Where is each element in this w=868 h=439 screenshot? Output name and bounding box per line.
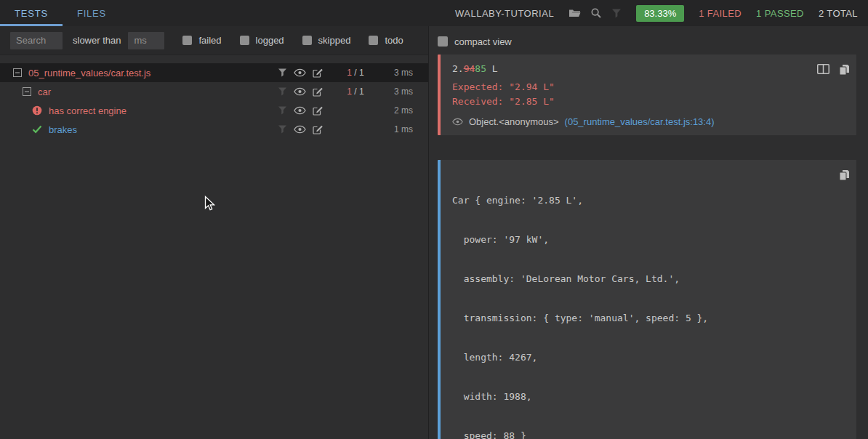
tree-row-test-failed[interactable]: has correct engine (0, 101, 428, 120)
filter-failed-checkbox[interactable]: failed (182, 35, 221, 46)
coverage-badge: 83.33% (636, 5, 684, 22)
funnel-icon[interactable] (278, 106, 287, 115)
top-bar: TESTS FILES WALLABY-TUTORIAL (0, 0, 868, 26)
tree-row-file[interactable]: 05_runtime_values/car.test.js (0, 63, 428, 82)
test-count: 1 / 1 (334, 68, 377, 78)
eye-icon[interactable] (294, 125, 306, 134)
slower-than-label: slower than (73, 35, 121, 46)
filter-todo-label: todo (385, 35, 403, 46)
filter-skipped-label: skipped (318, 35, 351, 46)
compact-view-toggle[interactable]: compact view (438, 36, 856, 47)
ms-input[interactable] (128, 32, 164, 49)
eye-icon[interactable] (294, 87, 306, 96)
passed-count: 1 PASSED (756, 8, 804, 19)
test-name: has correct engine (49, 105, 126, 116)
funnel-icon[interactable] (278, 87, 287, 96)
copy-icon[interactable] (839, 64, 850, 76)
expected-line: Expected: "2.94 L" (452, 80, 845, 94)
checkbox-icon[interactable] (369, 36, 378, 45)
split-columns-icon[interactable] (817, 64, 829, 76)
filter-logged-label: logged (256, 35, 284, 46)
filter-todo-checkbox[interactable]: todo (369, 35, 403, 46)
log-output: Car { engine: '2.85 L', power: '97 kW', … (452, 168, 845, 439)
failure-card: 2.9485 L Expected: "2.94 L" Received: "2… (438, 55, 856, 135)
topbar-status: WALLABY-TUTORIAL 83.33% 1 FAILE (455, 0, 868, 26)
test-time: 1 ms (377, 124, 413, 134)
edit-icon[interactable] (313, 68, 323, 78)
collapse-icon[interactable] (23, 87, 31, 96)
console-log-card: Car { engine: '2.85 L', power: '97 kW', … (438, 160, 856, 439)
collapse-icon[interactable] (13, 68, 22, 77)
funnel-icon[interactable] (278, 68, 287, 77)
compact-view-label: compact view (454, 36, 512, 47)
check-icon (32, 125, 42, 134)
stack-location-link[interactable]: (05_runtime_values/car.test.js:13:4) (565, 116, 715, 127)
eye-icon[interactable] (294, 68, 306, 77)
checkbox-icon[interactable] (438, 36, 448, 47)
failed-count: 1 FAILED (699, 8, 742, 19)
funnel-icon[interactable] (278, 125, 287, 134)
test-file-name: 05_runtime_values/car.test.js (28, 68, 150, 78)
main-tabs: TESTS FILES (0, 0, 121, 26)
test-time: 2 ms (377, 105, 413, 116)
checkbox-icon[interactable] (302, 36, 312, 45)
tree-row-describe[interactable]: car (0, 82, 428, 101)
tab-tests[interactable]: TESTS (0, 0, 63, 26)
test-time: 3 ms (377, 86, 413, 97)
diff-line: 2.9485 L (452, 63, 845, 76)
describe-name: car (38, 86, 51, 97)
edit-icon[interactable] (313, 105, 323, 116)
filter-skipped-checkbox[interactable]: skipped (302, 35, 351, 46)
total-count: 2 TOTAL (819, 8, 858, 19)
error-icon (32, 105, 42, 116)
received-line: Received: "2.85 L" (452, 94, 845, 109)
test-name: brakes (49, 124, 77, 135)
copy-icon[interactable] (839, 169, 850, 181)
edit-icon[interactable] (313, 86, 323, 97)
eye-icon[interactable] (452, 118, 463, 126)
filter-logged-checkbox[interactable]: logged (240, 35, 284, 46)
tab-files[interactable]: FILES (63, 0, 121, 26)
edit-icon[interactable] (313, 124, 323, 134)
filter-funnel-icon[interactable] (611, 9, 622, 18)
test-list-panel: slower than failed logged skipped todo (0, 26, 429, 439)
tree-row-test-passed[interactable]: brakes (0, 120, 428, 139)
filter-failed-label: failed (198, 35, 221, 46)
stack-frame: Object.<anonymous> (469, 116, 559, 127)
open-folder-icon[interactable] (568, 9, 581, 18)
search-input[interactable] (10, 32, 63, 49)
test-time: 3 ms (377, 68, 413, 78)
filter-bar: slower than failed logged skipped todo (0, 26, 428, 55)
test-detail-panel: compact view 2.9485 L (429, 26, 868, 439)
eye-icon[interactable] (294, 106, 306, 115)
test-tree: 05_runtime_values/car.test.js (0, 55, 428, 139)
search-icon[interactable] (591, 8, 601, 18)
checkbox-icon[interactable] (182, 36, 192, 45)
project-name: WALLABY-TUTORIAL (455, 8, 554, 19)
checkbox-icon[interactable] (240, 36, 249, 45)
test-count: 1 / 1 (334, 86, 377, 97)
